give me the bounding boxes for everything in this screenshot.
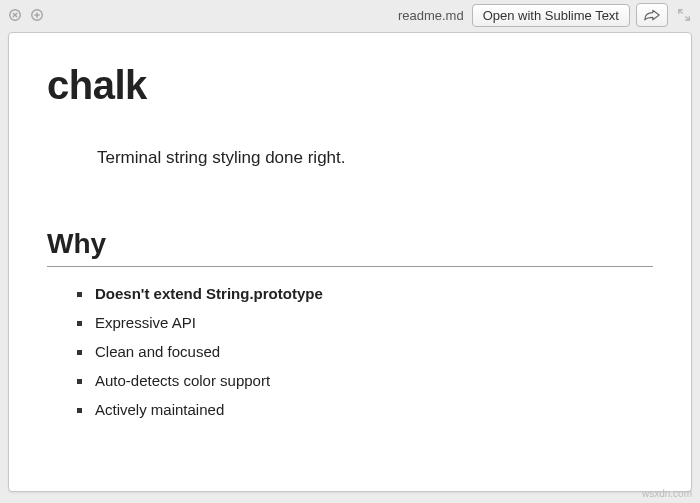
list-item: Doesn't extend String.prototype [77,285,653,302]
fullscreen-button[interactable] [674,5,694,25]
open-with-button[interactable]: Open with Sublime Text [472,4,630,27]
tagline-text: Terminal string styling done right. [97,148,653,168]
share-button[interactable] [636,3,668,27]
watermark: wsxdn.com [642,488,692,499]
add-icon[interactable] [28,6,46,24]
expand-icon [677,8,691,22]
list-item-text: Expressive API [95,314,196,331]
close-icon[interactable] [6,6,24,24]
list-item-text: Actively maintained [95,401,224,418]
share-icon [644,8,660,22]
list-item: Expressive API [77,314,653,331]
list-item: Clean and focused [77,343,653,360]
list-item-text: Clean and focused [95,343,220,360]
filename-label: readme.md [398,8,464,23]
list-item: Auto-detects color support [77,372,653,389]
toolbar: readme.md Open with Sublime Text [0,0,700,30]
list-item-text: Doesn't extend String.prototype [95,285,323,302]
reasons-list: Doesn't extend String.prototype Expressi… [77,285,653,418]
document-content: chalk Terminal string styling done right… [9,33,691,470]
list-item: Actively maintained [77,401,653,418]
list-item-text: Auto-detects color support [95,372,270,389]
preview-viewport[interactable]: chalk Terminal string styling done right… [8,32,692,492]
section-heading: Why [47,228,653,267]
toolbar-left-group [6,6,46,24]
page-title: chalk [47,63,653,108]
toolbar-right-group: readme.md Open with Sublime Text [398,3,694,27]
